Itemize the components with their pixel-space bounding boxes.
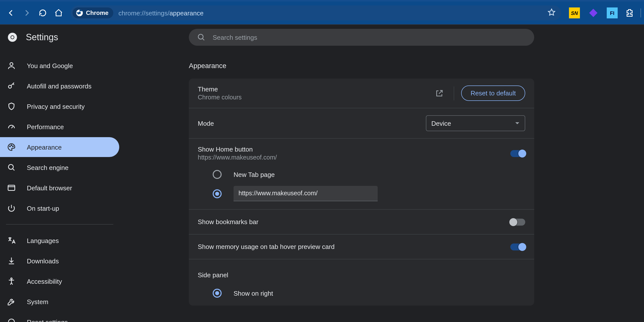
home-sub: https://www.makeuseof.com/ [198, 154, 277, 161]
speedometer-icon [7, 122, 16, 131]
sidebar-item-on-startup[interactable]: On start-up [0, 198, 119, 218]
home-toggle[interactable] [510, 150, 525, 157]
translate-icon [7, 236, 16, 245]
chevron-down-icon [515, 121, 520, 126]
memory-toggle[interactable] [510, 243, 525, 250]
svg-rect-12 [8, 185, 15, 190]
settings-header: Settings Search settings [0, 25, 644, 50]
svg-point-13 [11, 278, 12, 280]
reload-button[interactable] [35, 5, 51, 21]
key-icon [7, 82, 16, 90]
radio-label: New Tab page [234, 171, 275, 178]
bookmark-star-icon[interactable] [547, 8, 556, 18]
reset-theme-button[interactable]: Reset to default [461, 86, 525, 101]
extension-diamond-icon[interactable] [588, 8, 599, 18]
sidebar-item-reset[interactable]: Reset settings [0, 312, 119, 322]
row-memory-usage: Show memory usage on tab hover preview c… [189, 234, 534, 259]
shield-icon [7, 102, 16, 111]
svg-point-9 [11, 145, 12, 146]
mode-value: Device [431, 120, 451, 127]
toolbar-divider [640, 8, 641, 18]
search-icon [197, 33, 206, 42]
extension-fl-icon[interactable]: FI [607, 8, 618, 18]
radio-new-tab[interactable]: New Tab page [213, 170, 525, 179]
svg-point-11 [8, 164, 14, 170]
wrench-icon [7, 297, 16, 306]
search-settings-input[interactable]: Search settings [189, 29, 534, 46]
person-icon [7, 61, 16, 70]
row-mode: Mode Device [189, 108, 534, 138]
sidebar-item-languages[interactable]: Languages [0, 230, 119, 250]
download-icon [7, 256, 16, 265]
bookmarks-toggle[interactable] [510, 218, 525, 225]
site-chip-label: Chrome [86, 10, 108, 16]
sidebar-item-label: Downloads [27, 257, 59, 264]
sidebar-item-search-engine[interactable]: Search engine [0, 158, 119, 178]
svg-point-5 [198, 34, 203, 39]
sidebar-item-privacy[interactable]: Privacy and security [0, 96, 119, 116]
reset-icon [7, 318, 16, 322]
sidebar-item-accessibility[interactable]: Accessibility [0, 271, 119, 291]
sidebar-item-downloads[interactable]: Downloads [0, 251, 119, 271]
sidebar-item-label: Languages [27, 237, 59, 244]
accessibility-icon [7, 277, 16, 286]
row-theme[interactable]: Theme Chrome colours Reset to default [189, 78, 534, 108]
sidebar-item-label: System [27, 298, 48, 305]
site-chip: Chrome [72, 8, 114, 18]
home-button[interactable] [51, 5, 66, 21]
sidebar-item-label: Appearance [27, 143, 62, 151]
svg-point-6 [10, 62, 13, 66]
svg-point-4 [11, 36, 14, 39]
settings-sidebar: You and Google Autofill and passwords Pr… [0, 56, 119, 322]
appearance-card: Theme Chrome colours Reset to default Mo… [189, 78, 534, 306]
home-label: Show Home button [198, 146, 277, 153]
settings-brand: Settings [0, 32, 58, 43]
sidebar-item-label: Search engine [27, 164, 68, 171]
row-home-button: Show Home button https://www.makeuseof.c… [189, 138, 534, 168]
sidebar-item-autofill[interactable]: Autofill and passwords [0, 76, 119, 96]
sidebar-separator [6, 224, 113, 224]
chrome-logo-icon [7, 32, 18, 43]
sidebar-item-label: Performance [27, 123, 64, 130]
sidebar-item-label: Reset settings [27, 318, 68, 322]
svg-point-7 [8, 85, 12, 88]
theme-label: Theme [198, 86, 242, 93]
mode-select[interactable]: Device [426, 115, 525, 131]
open-in-new-icon[interactable] [432, 86, 447, 100]
bookmarks-label: Show bookmarks bar [198, 218, 258, 226]
svg-point-8 [10, 146, 10, 147]
palette-icon [7, 142, 16, 152]
sidepanel-radio-group: Show on right [189, 284, 534, 306]
radio-icon [213, 170, 222, 179]
sidebar-item-system[interactable]: System [0, 292, 119, 312]
home-url-input[interactable] [234, 186, 378, 201]
sidebar-item-label: Default browser [27, 184, 72, 192]
radio-custom-url[interactable] [213, 186, 525, 201]
radio-icon [213, 189, 222, 198]
sidebar-item-you-and-google[interactable]: You and Google [0, 56, 119, 76]
radio-label: Show on right [234, 290, 273, 297]
radio-icon [213, 289, 222, 298]
back-button[interactable] [3, 5, 19, 21]
sidebar-item-label: Privacy and security [27, 102, 85, 110]
sidebar-item-appearance[interactable]: Appearance [0, 137, 119, 157]
row-side-panel-header: Side panel [189, 259, 534, 284]
sidebar-item-default-browser[interactable]: Default browser [0, 178, 119, 198]
memory-label: Show memory usage on tab hover preview c… [198, 243, 335, 250]
divider [454, 86, 454, 100]
sidepanel-label: Side panel [198, 271, 228, 279]
sidebar-item-label: Accessibility [27, 278, 62, 285]
radio-show-on-right[interactable]: Show on right [213, 289, 525, 298]
browser-toolbar: Chrome chrome://settings/appearance SN F… [0, 0, 644, 25]
url-text: chrome://settings/appearance [118, 9, 204, 17]
sidebar-item-performance[interactable]: Performance [0, 117, 119, 137]
extensions-button[interactable] [622, 5, 638, 21]
settings-main: Appearance Theme Chrome colours Reset to… [189, 60, 534, 306]
address-bar[interactable]: Chrome chrome://settings/appearance [70, 6, 561, 20]
extension-sn-icon[interactable]: SN [569, 8, 580, 18]
power-icon [7, 204, 16, 213]
section-title-appearance: Appearance [189, 62, 534, 70]
search-placeholder: Search settings [213, 34, 257, 41]
forward-button[interactable] [19, 5, 35, 21]
search-icon [7, 163, 16, 172]
